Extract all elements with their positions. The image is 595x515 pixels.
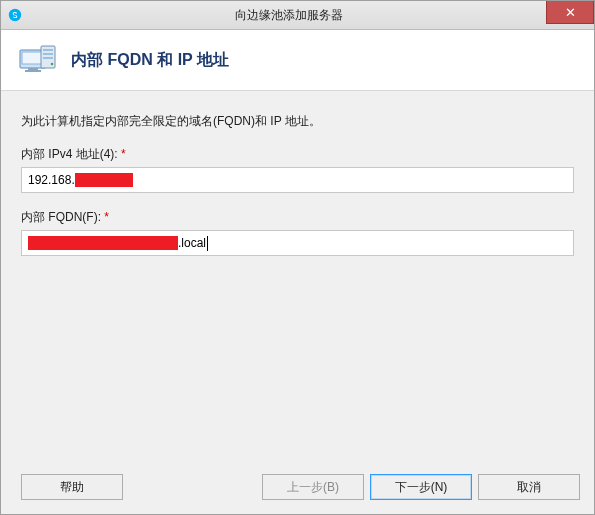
fqdn-label-text: 内部 FQDN(F):	[21, 210, 101, 224]
svg-rect-7	[43, 53, 53, 55]
svg-rect-3	[28, 68, 38, 70]
server-icon	[19, 44, 57, 76]
fqdn-label: 内部 FQDN(F): *	[21, 209, 574, 226]
ipv4-label: 内部 IPv4 地址(4): *	[21, 146, 574, 163]
page-title: 内部 FQDN 和 IP 地址	[71, 50, 229, 71]
fqdn-input[interactable]: .local	[21, 230, 574, 256]
svg-rect-4	[25, 70, 41, 72]
help-button[interactable]: 帮助	[21, 474, 123, 500]
close-button[interactable]: ✕	[546, 1, 594, 24]
titlebar: 向边缘池添加服务器 ✕	[1, 1, 594, 30]
required-mark: *	[121, 147, 126, 161]
header-band: 内部 FQDN 和 IP 地址	[1, 30, 594, 91]
wizard-body: 为此计算机指定内部完全限定的域名(FQDN)和 IP 地址。 内部 IPv4 地…	[1, 91, 594, 464]
wizard-footer: 帮助 上一步(B) 下一步(N) 取消	[1, 464, 594, 514]
cancel-button[interactable]: 取消	[478, 474, 580, 500]
close-icon: ✕	[565, 5, 576, 20]
instruction-text: 为此计算机指定内部完全限定的域名(FQDN)和 IP 地址。	[21, 113, 574, 130]
skype-icon	[7, 7, 23, 23]
ipv4-value-visible: 192.168.	[28, 173, 75, 187]
fqdn-value-suffix: .local	[178, 236, 206, 250]
svg-point-9	[51, 63, 54, 66]
svg-rect-6	[43, 49, 53, 51]
ipv4-label-text: 内部 IPv4 地址(4):	[21, 147, 118, 161]
text-cursor	[207, 236, 208, 251]
wizard-window: 向边缘池添加服务器 ✕ 内部 FQDN 和 IP 地址 为此计算机指定内部完全限…	[0, 0, 595, 515]
next-button[interactable]: 下一步(N)	[370, 474, 472, 500]
fqdn-value-redacted	[28, 236, 178, 250]
svg-rect-8	[43, 57, 53, 59]
ipv4-value-redacted	[75, 173, 133, 187]
required-mark: *	[104, 210, 109, 224]
back-button[interactable]: 上一步(B)	[262, 474, 364, 500]
ipv4-input[interactable]: 192.168.	[21, 167, 574, 193]
window-title: 向边缘池添加服务器	[29, 7, 548, 24]
